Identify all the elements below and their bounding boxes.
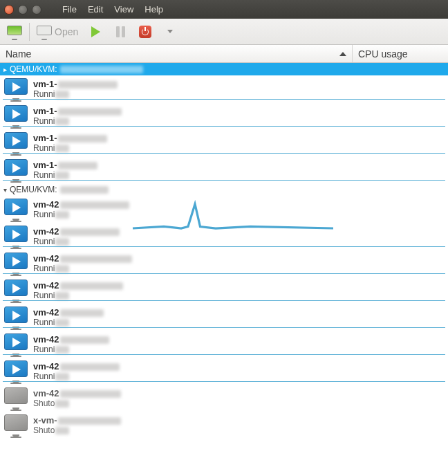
toolbar-separator xyxy=(29,23,30,41)
column-cpu-label: CPU usage xyxy=(358,48,408,60)
vm-row[interactable]: vm-1- Runni xyxy=(0,75,448,102)
vm-row[interactable]: vm-1- Runni xyxy=(0,156,448,183)
vm-status-icon xyxy=(4,78,29,100)
vm-status-icon xyxy=(4,105,29,127)
vm-text: vm-42 Runni xyxy=(33,253,132,274)
vm-state: Runni xyxy=(33,143,107,153)
vm-status-icon xyxy=(4,360,29,383)
vm-text: vm-42 Runni xyxy=(33,226,120,247)
menu-file[interactable]: File xyxy=(58,3,81,16)
vm-name: vm-42 xyxy=(33,307,104,318)
vm-status-icon xyxy=(4,226,29,248)
monitor-new-icon xyxy=(7,26,22,38)
expander-icon[interactable] xyxy=(1,66,8,73)
vm-row[interactable]: vm-42 Runni xyxy=(0,196,448,223)
vm-state: Runni xyxy=(33,170,97,180)
column-cpu[interactable]: CPU usage xyxy=(353,45,448,62)
vm-status-icon xyxy=(4,280,29,302)
vm-list[interactable]: QEMU/KVM: vm-1- Runni vm-1- Runni vm-1- … xyxy=(0,63,448,476)
vm-name: vm-42 xyxy=(33,388,121,399)
vm-name: x-vm- xyxy=(33,415,121,426)
vm-row[interactable]: vm-42 Runni xyxy=(0,277,448,304)
window-maximize-button[interactable] xyxy=(32,5,41,15)
vm-text: vm-1- Runni xyxy=(33,79,118,100)
chevron-down-icon xyxy=(167,30,173,33)
vm-state: Runni xyxy=(33,345,109,354)
redacted-text xyxy=(60,66,143,73)
column-name-label: Name xyxy=(6,48,31,60)
vm-name: vm-42 xyxy=(33,199,129,210)
vm-row[interactable]: vm-1- Runni xyxy=(0,102,448,129)
vm-text: vm-42 Runni xyxy=(33,334,109,355)
vm-status-icon xyxy=(4,199,29,221)
vm-row[interactable]: vm-42 Runni xyxy=(0,331,448,358)
menu-bar: File Edit View Help xyxy=(58,3,167,16)
vm-row[interactable]: vm-1- Runni xyxy=(0,129,448,156)
vm-status-icon xyxy=(4,253,29,275)
menu-edit[interactable]: Edit xyxy=(84,3,107,16)
vm-status-icon xyxy=(4,414,29,437)
vm-text: vm-42 Shuto xyxy=(33,388,121,409)
play-icon xyxy=(91,26,100,37)
vm-state: Runni xyxy=(33,291,123,300)
vm-status-icon xyxy=(4,387,29,410)
menu-help[interactable]: Help xyxy=(140,3,167,16)
vm-row[interactable]: vm-42 Shuto xyxy=(0,385,448,412)
vm-name: vm-42 xyxy=(33,334,109,345)
toolbar: Open xyxy=(0,19,448,45)
vm-text: vm-42 Runni xyxy=(33,307,104,328)
new-vm-button[interactable] xyxy=(4,22,25,42)
vm-state: Runni xyxy=(33,89,118,99)
vm-text: vm-1- Runni xyxy=(33,160,97,181)
vm-state: Runni xyxy=(33,210,129,219)
pause-button[interactable] xyxy=(110,22,131,42)
connection-label: QEMU/KVM: xyxy=(10,185,57,194)
connection-label: QEMU/KVM: xyxy=(10,64,57,74)
vm-state: Runni xyxy=(33,237,120,246)
shutdown-menu-button[interactable] xyxy=(160,22,180,42)
title-bar: File Edit View Help xyxy=(0,0,448,19)
vm-name: vm-42 xyxy=(33,361,120,372)
vm-state: Runni xyxy=(33,318,104,327)
vm-state: Runni xyxy=(33,372,120,381)
expander-icon[interactable] xyxy=(1,186,8,194)
vm-text: vm-42 Runni xyxy=(33,280,123,301)
vm-name: vm-1- xyxy=(33,79,118,90)
vm-name: vm-42 xyxy=(33,280,123,291)
vm-status-icon xyxy=(4,132,29,154)
vm-text: vm-42 Runni xyxy=(33,361,120,382)
vm-name: vm-1- xyxy=(33,133,107,144)
menu-view[interactable]: View xyxy=(110,3,138,16)
pause-icon xyxy=(116,26,125,37)
vm-state: Shuto xyxy=(33,399,121,408)
window-close-button[interactable] xyxy=(4,5,14,15)
vm-status-icon xyxy=(4,333,29,356)
sort-ascending-icon xyxy=(339,52,346,56)
vm-row[interactable]: vm-42 Runni xyxy=(0,223,448,250)
vm-row[interactable]: vm-42 Runni xyxy=(0,304,448,331)
run-button[interactable] xyxy=(85,22,106,42)
vm-name: vm-42 xyxy=(33,253,132,264)
vm-text: x-vm- Shuto xyxy=(33,415,121,436)
power-icon xyxy=(139,26,151,38)
shutdown-button[interactable] xyxy=(135,22,156,42)
vm-status-icon xyxy=(4,306,29,329)
open-button[interactable]: Open xyxy=(34,22,81,42)
monitor-icon xyxy=(37,26,52,38)
vm-name: vm-1- xyxy=(33,106,122,117)
vm-state: Shuto xyxy=(33,425,121,435)
vm-text: vm-1- Runni xyxy=(33,133,107,154)
column-name[interactable]: Name xyxy=(0,45,353,62)
redacted-text xyxy=(60,186,109,194)
connection-row[interactable]: QEMU/KVM: xyxy=(0,63,448,75)
vm-row[interactable]: vm-42 Runni xyxy=(0,250,448,277)
vm-state: Runni xyxy=(33,264,132,273)
window-minimize-button[interactable] xyxy=(18,5,28,15)
vm-row[interactable]: x-vm- Shuto xyxy=(0,412,448,439)
vm-state: Runni xyxy=(33,116,122,126)
vm-name: vm-42 xyxy=(33,226,120,237)
vm-status-icon xyxy=(4,159,29,181)
vm-text: vm-1- Runni xyxy=(33,106,122,127)
vm-row[interactable]: vm-42 Runni xyxy=(0,358,448,385)
vm-text: vm-42 Runni xyxy=(33,199,129,220)
